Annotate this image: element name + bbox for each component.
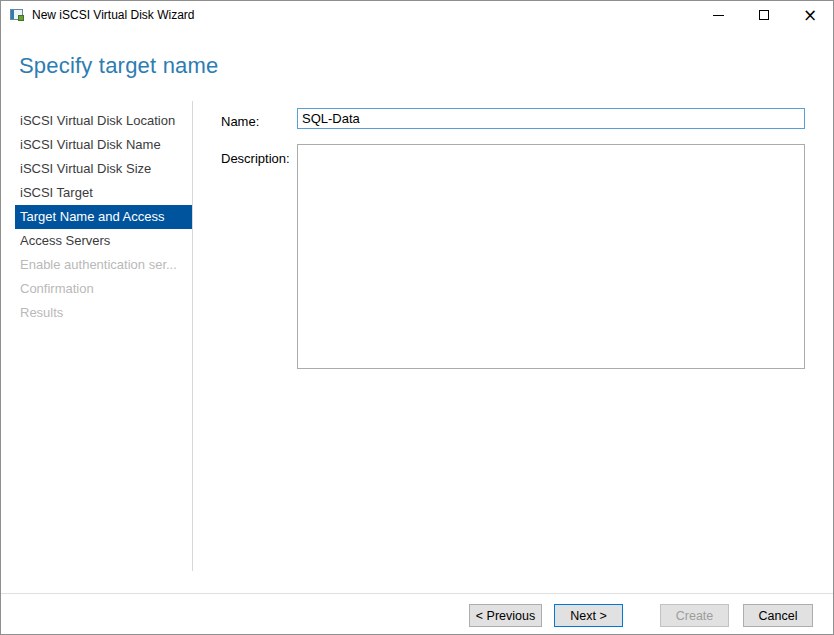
description-textarea[interactable] bbox=[297, 144, 805, 369]
cancel-button[interactable]: Cancel bbox=[743, 604, 813, 627]
maximize-icon bbox=[759, 10, 769, 20]
wizard-window: New iSCSI Virtual Disk Wizard × Specify … bbox=[0, 0, 834, 635]
sidebar-item-target-name-access[interactable]: Target Name and Access bbox=[15, 205, 192, 229]
wizard-steps-sidebar: iSCSI Virtual Disk Location iSCSI Virtua… bbox=[15, 109, 192, 325]
window-controls: × bbox=[695, 1, 833, 29]
description-label: Description: bbox=[221, 151, 290, 166]
sidebar-item-disk-name[interactable]: iSCSI Virtual Disk Name bbox=[15, 133, 192, 157]
sidebar-item-access-servers[interactable]: Access Servers bbox=[15, 229, 192, 253]
name-input[interactable] bbox=[297, 108, 805, 129]
minimize-button[interactable] bbox=[695, 1, 741, 29]
create-button: Create bbox=[660, 604, 729, 627]
close-button[interactable]: × bbox=[787, 1, 833, 29]
close-icon: × bbox=[803, 7, 817, 24]
sidebar-item-results: Results bbox=[15, 301, 192, 325]
sidebar-divider bbox=[192, 101, 193, 571]
sidebar-item-enable-authentication: Enable authentication ser... bbox=[15, 253, 192, 277]
title-bar: New iSCSI Virtual Disk Wizard × bbox=[1, 1, 833, 29]
maximize-button[interactable] bbox=[741, 1, 787, 29]
wizard-app-icon bbox=[9, 7, 25, 23]
page-title: Specify target name bbox=[19, 53, 218, 79]
window-title: New iSCSI Virtual Disk Wizard bbox=[32, 8, 194, 22]
next-button[interactable]: Next > bbox=[554, 604, 623, 627]
footer-divider bbox=[1, 593, 834, 594]
sidebar-item-iscsi-target[interactable]: iSCSI Target bbox=[15, 181, 192, 205]
sidebar-item-disk-size[interactable]: iSCSI Virtual Disk Size bbox=[15, 157, 192, 181]
name-label: Name: bbox=[221, 114, 259, 129]
sidebar-item-disk-location[interactable]: iSCSI Virtual Disk Location bbox=[15, 109, 192, 133]
sidebar-item-confirmation: Confirmation bbox=[15, 277, 192, 301]
previous-button[interactable]: < Previous bbox=[469, 604, 542, 627]
minimize-icon bbox=[713, 15, 724, 16]
